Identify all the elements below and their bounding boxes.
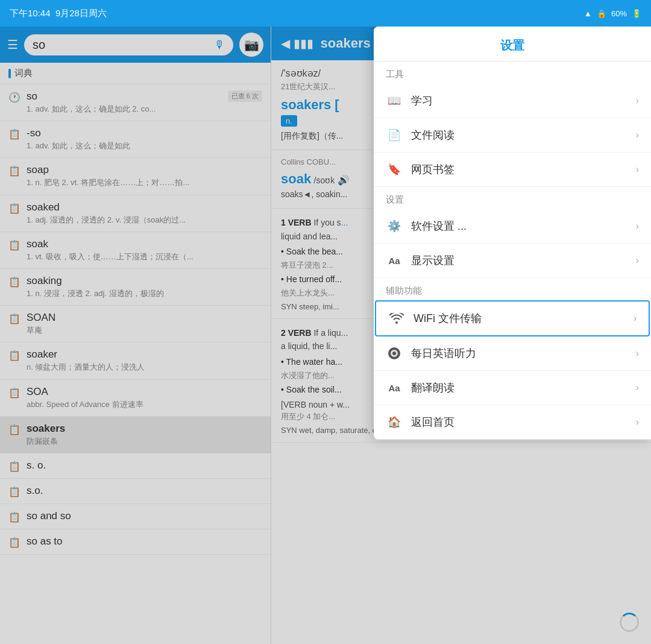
- translate-icon: Aa: [386, 379, 403, 396]
- settings-item-translate[interactable]: Aa 翻译朗读 ›: [374, 371, 651, 405]
- status-bar: 下午10:44 9月28日周六 ▲ 🔒 60% 🔋: [0, 0, 651, 27]
- lock-icon: 🔒: [597, 9, 606, 18]
- settings-item-wifi[interactable]: WiFi 文件传输 ›: [375, 300, 650, 336]
- settings-item-dailyenglish[interactable]: 每日英语听力 ›: [374, 336, 651, 371]
- settings-section-label: 设置: [374, 187, 651, 209]
- daily-english-icon: [386, 345, 403, 362]
- wifi-icon: [388, 310, 405, 327]
- settings-item-display[interactable]: Aa 显示设置 ›: [374, 244, 651, 278]
- chevron-right-icon-3: ›: [636, 164, 639, 175]
- gear-icon: ⚙️: [386, 218, 403, 235]
- chevron-right-icon-5: ›: [636, 255, 639, 266]
- bookmark-icon: 🔖: [386, 161, 403, 178]
- chevron-right-icon-8: ›: [636, 382, 639, 393]
- chevron-right-icon-2: ›: [636, 130, 639, 140]
- status-time: 下午10:44 9月28日周六: [10, 8, 107, 19]
- settings-header: 设置: [374, 27, 651, 62]
- svg-point-2: [392, 352, 396, 355]
- main-layout: ☰ 🎙 📷 词典 🕐so1. adv. 如此，这么；确是如此 2. co...已…: [0, 27, 651, 644]
- settings-title: 设置: [383, 37, 641, 54]
- daily-english-label: 每日英语听力: [411, 346, 627, 361]
- home-label: 返回首页: [411, 415, 627, 429]
- chevron-right-icon-9: ›: [636, 417, 639, 428]
- settings-panel: 设置 工具 📖 学习 › 📄 文件阅读 › 🔖 网页书签 › 设置 ⚙️ 软件设…: [374, 27, 651, 440]
- chevron-right-icon-6: ›: [634, 313, 637, 324]
- settings-item-filereader[interactable]: 📄 文件阅读 ›: [374, 118, 651, 153]
- book-icon: 📖: [386, 92, 403, 109]
- filereader-label: 文件阅读: [411, 128, 627, 142]
- settings-item-bookmark[interactable]: 🔖 网页书签 ›: [374, 153, 651, 187]
- settings-item-study[interactable]: 📖 学习 ›: [374, 84, 651, 118]
- chevron-right-icon-4: ›: [636, 221, 639, 232]
- battery-text: 60%: [611, 9, 627, 18]
- settings-item-software[interactable]: ⚙️ 软件设置 ... ›: [374, 209, 651, 244]
- chevron-right-icon-7: ›: [636, 348, 639, 359]
- filereader-icon: 📄: [386, 127, 403, 144]
- wifi-label: WiFi 文件传输: [414, 311, 625, 326]
- study-label: 学习: [411, 93, 627, 108]
- wifi-status-icon: ▲: [584, 9, 592, 18]
- chevron-right-icon: ›: [636, 95, 639, 106]
- home-icon: 🏠: [386, 414, 403, 431]
- bookmark-label: 网页书签: [411, 162, 627, 177]
- settings-item-home[interactable]: 🏠 返回首页 ›: [374, 405, 651, 440]
- translate-label: 翻译朗读: [411, 380, 627, 395]
- display-icon: Aa: [386, 252, 403, 269]
- status-icons: ▲ 🔒 60% 🔋: [584, 9, 641, 18]
- display-label: 显示设置: [411, 253, 627, 268]
- assist-section-label: 辅助功能: [374, 278, 651, 300]
- tools-section-label: 工具: [374, 62, 651, 84]
- software-label: 软件设置 ...: [411, 219, 627, 233]
- battery-icon: 🔋: [632, 9, 641, 18]
